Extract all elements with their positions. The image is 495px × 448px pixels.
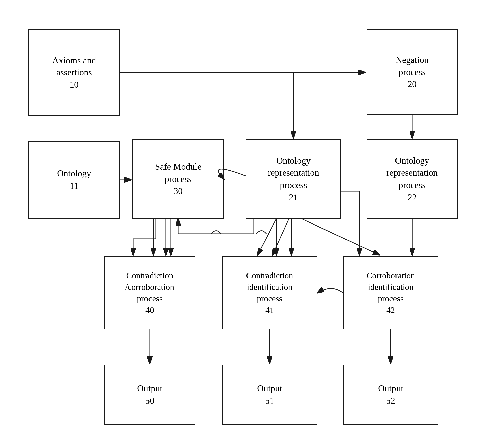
- svg-line-8: [273, 219, 289, 255]
- ontology-rep22-box: Ontologyrepresentationprocess22: [367, 139, 458, 219]
- svg-line-9: [302, 219, 379, 255]
- output52-box: Output52: [343, 365, 438, 425]
- axioms-box: Axioms andassertions10: [28, 29, 120, 116]
- output51-box: Output51: [222, 365, 317, 425]
- contradiction40-box: Contradiction/corroborationprocess40: [104, 256, 195, 329]
- negation-box: Negationprocess20: [367, 29, 458, 115]
- svg-line-7: [258, 219, 276, 255]
- ontology-rep21-box: Ontologyrepresentationprocess21: [246, 139, 341, 219]
- ontology11-box: Ontology11: [28, 141, 120, 219]
- output50-box: Output50: [104, 365, 195, 425]
- safe-module-box: Safe Moduleprocess30: [132, 139, 224, 219]
- corroboration42-box: Corroborationidentificationprocess42: [343, 256, 438, 329]
- diagram: Axioms andassertions10 Negationprocess20…: [0, 0, 495, 448]
- contradiction41-box: Contradictionidentificationprocess41: [222, 256, 317, 329]
